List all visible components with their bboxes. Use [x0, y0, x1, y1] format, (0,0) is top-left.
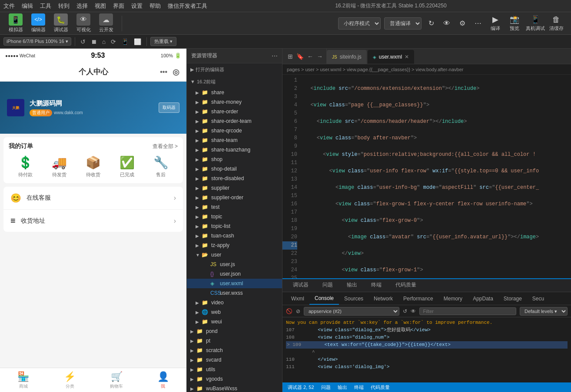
folder-topic-list[interactable]: ▶ 📁 topic-list [187, 221, 282, 231]
clear-cache-btn[interactable]: 🗑 清缓存 [548, 15, 564, 32]
menu-view[interactable]: 视图 [95, 2, 106, 10]
console-tab-console[interactable]: Console [309, 292, 339, 305]
console-tab-performance[interactable]: Performance [398, 292, 438, 305]
project-section[interactable]: ▼ 16.2前端 [187, 76, 282, 88]
nav-cart[interactable]: 🛒 购物车 [93, 371, 140, 389]
appservice-select[interactable]: appservice (#2) [304, 307, 399, 316]
open-editor-section[interactable]: ▶ 打开的编辑器 [187, 63, 282, 76]
menu-tools[interactable]: 工具 [40, 2, 51, 10]
stop-icon[interactable]: ⏹ [89, 37, 99, 46]
split-icon[interactable]: ⊞ [287, 52, 294, 61]
folder-supplier-order[interactable]: ▶ 📁 supplier-order [187, 193, 282, 202]
forward-icon[interactable]: → [316, 52, 324, 61]
code-area[interactable]: <include src="/commons/extension/extensi… [301, 75, 571, 278]
menu-interface[interactable]: 界面 [113, 2, 124, 10]
simulator-btn[interactable]: 📱 模拟器 [7, 13, 24, 33]
console-tab-sources[interactable]: Sources [339, 292, 368, 305]
status-terminal[interactable]: 终端 [354, 384, 364, 391]
folder-wubasewxss[interactable]: ▶ 📁 wuBaseWxss [187, 384, 282, 392]
console-filter-input[interactable] [419, 307, 517, 315]
cloud-btn[interactable]: ☁ 云开发 [97, 13, 115, 33]
appservice-refresh-icon[interactable]: ↺ [403, 308, 407, 314]
status-output[interactable]: 输出 [338, 384, 347, 391]
folder-share[interactable]: ▶ 📁 share [187, 88, 282, 97]
folder-share-money[interactable]: ▶ 📁 share-money [187, 97, 282, 107]
status-quality[interactable]: 代码质量 [371, 384, 390, 391]
order-item-pending-receive[interactable]: 📦 待收货 [86, 155, 101, 178]
console-tab-storage[interactable]: Storage [498, 292, 527, 305]
mode-select[interactable]: 小程序模式 [338, 17, 381, 30]
preview-icon[interactable]: 👁 [441, 17, 453, 30]
phone-more-icon[interactable]: ◎ [173, 67, 179, 77]
order-item-aftersale[interactable]: 🔧 售后 [153, 155, 169, 178]
menu-edit[interactable]: 编辑 [22, 2, 33, 10]
menu-goto[interactable]: 转到 [58, 2, 70, 10]
menu-settings[interactable]: 设置 [131, 2, 143, 10]
folder-pt[interactable]: ▶ 📁 pt [187, 336, 282, 346]
folder-share-order[interactable]: ▶ 📁 share-order [187, 107, 282, 116]
console-tab-secu[interactable]: Secu [527, 292, 549, 305]
folder-supplier[interactable]: ▶ 📁 supplier [187, 183, 282, 193]
real-machine-btn[interactable]: 📱 真机调试 [526, 15, 545, 32]
menu-select[interactable]: 选择 [76, 2, 88, 10]
file-tree-more-icon[interactable]: ⋯ [272, 53, 278, 59]
file-user-js[interactable]: JS user.js [187, 260, 282, 269]
folder-test[interactable]: ▶ 📁 test [187, 202, 282, 212]
service-online-support[interactable]: 😊 在线客服 › [3, 187, 183, 210]
user-wxml-tab-close[interactable]: ✕ [405, 54, 409, 60]
compile-btn[interactable]: ▶ 编译 [488, 15, 503, 32]
bottom-tab-problems[interactable]: 问题 [315, 279, 340, 292]
folder-svcard[interactable]: ▶ 📁 svcard [187, 355, 282, 365]
reload-icon[interactable]: ↺ [79, 37, 87, 46]
back-icon[interactable]: ← [306, 52, 314, 61]
nav-me[interactable]: 👤 我 [140, 371, 186, 389]
file-user-json[interactable]: {} user.json [187, 269, 282, 279]
debugger-btn[interactable]: 🐛 调试器 [52, 13, 70, 33]
folder-shop[interactable]: ▶ 📁 shop [187, 155, 282, 164]
bottom-tab-terminal[interactable]: 终端 [364, 279, 388, 292]
qr-btn[interactable]: 取码器 [159, 102, 179, 113]
phone-scan-icon[interactable]: ••• [160, 68, 167, 76]
hotload-btn[interactable]: 热重载 ▾ [150, 37, 176, 46]
folder-share-team[interactable]: ▶ 📁 share-team [187, 135, 282, 145]
rotate-icon[interactable]: ⟳ [109, 37, 118, 46]
appservice-eye-icon[interactable]: 👁 [411, 308, 416, 314]
nav-mall[interactable]: 🏪 商城 [0, 371, 46, 389]
folder-share-qrcode[interactable]: ▶ 📁 share-qrcode [187, 126, 282, 135]
console-levels-select[interactable]: Default levels ▾ [520, 307, 568, 316]
folder-pond[interactable]: ▶ 📁 pond [187, 326, 282, 336]
folder-tz-apply[interactable]: ▶ 📁 tz-apply [187, 240, 282, 250]
folder-video[interactable]: ▶ 📁 video [187, 298, 282, 307]
bottom-tab-debugger[interactable]: 调试器 [286, 279, 315, 292]
visualize-btn[interactable]: 👁 可视化 [75, 13, 92, 33]
device-select[interactable]: iPhone 6/7/8 Plus 100% 16 ▾ [3, 37, 71, 46]
tab-siteinfo-js[interactable]: JS siteinfo.js [327, 50, 367, 64]
refresh-icon[interactable]: ↻ [425, 17, 437, 30]
folder-share-tuanzhang[interactable]: ▶ 📁 share-tuanzhang [187, 145, 282, 155]
folder-topic[interactable]: ▶ 📁 topic [187, 212, 282, 221]
console-filter-icon[interactable]: ⊘ [296, 308, 300, 314]
folder-tuan-cash[interactable]: ▶ 📁 tuan-cash [187, 231, 282, 240]
folder-user[interactable]: ▼ 📂 user [187, 250, 282, 260]
settings-icon[interactable]: ⚙ [456, 17, 468, 30]
console-tab-network[interactable]: Network [368, 292, 398, 305]
console-clear-icon[interactable]: 🚫 [286, 308, 292, 314]
editor-btn[interactable]: </> 编辑器 [30, 13, 47, 33]
folder-utils[interactable]: ▶ 📁 utils [187, 365, 282, 374]
orders-view-all[interactable]: 查看全部 > [153, 143, 178, 150]
file-user-wxss[interactable]: CSS user.wxss [187, 288, 282, 298]
folder-shop-detail[interactable]: ▶ 📁 shop-detail [187, 164, 282, 174]
nav-category[interactable]: ⚡ 分类 [46, 371, 93, 389]
menu-file[interactable]: 文件 [3, 2, 15, 10]
phone-icon[interactable]: 📱 [120, 37, 130, 46]
service-address[interactable]: ≡ 收货地址 › [3, 210, 183, 232]
menu-wechat-devtools[interactable]: 微信开发者工具 [168, 2, 207, 10]
preview-btn[interactable]: 📸 预览 [507, 15, 522, 32]
bookmark-icon[interactable]: 🔖 [295, 52, 305, 61]
folder-vgoods[interactable]: ▶ 📁 vgoods [187, 374, 282, 384]
folder-share-order-team[interactable]: ▶ 📁 share-order-team [187, 116, 282, 126]
order-item-completed[interactable]: ✅ 已完成 [120, 155, 135, 178]
tab-user-wxml[interactable]: ◈ user.wxml ✕ [368, 50, 414, 64]
console-tab-wxml[interactable]: Wxml [286, 292, 309, 305]
folder-store-disabled[interactable]: ▶ 📁 store-disabled [187, 174, 282, 183]
